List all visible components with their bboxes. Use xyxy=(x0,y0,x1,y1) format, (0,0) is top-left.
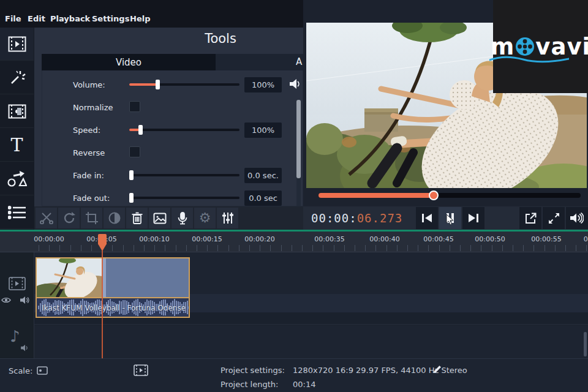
audio-track[interactable] xyxy=(34,325,588,358)
previous-frame-button[interactable] xyxy=(416,207,438,229)
preview-volume-button[interactable] xyxy=(566,207,588,229)
rotate-button[interactable] xyxy=(58,208,80,228)
preview-seek-bar[interactable] xyxy=(318,193,581,198)
microphone-icon xyxy=(178,212,187,225)
volume-value[interactable]: 100% xyxy=(244,77,282,92)
ruler-label: 00:0 xyxy=(584,235,588,243)
fade-in-slider[interactable] xyxy=(129,174,239,176)
speed-slider-handle[interactable] xyxy=(138,125,143,135)
normalize-checkbox[interactable] xyxy=(129,101,140,112)
edit-project-settings-pencil-icon[interactable] xyxy=(432,364,442,374)
tab-video[interactable]: Video xyxy=(42,54,216,70)
timeline-tracks: ♪ xyxy=(0,252,588,358)
filmstrip-play-icon xyxy=(8,36,26,52)
current-timecode: 00:00:06.273 xyxy=(311,211,402,225)
reverse-checkbox[interactable] xyxy=(129,146,140,157)
image-properties-button[interactable] xyxy=(149,208,170,228)
video-track-icon xyxy=(9,277,26,290)
timecode-seconds: 06.273 xyxy=(357,211,403,225)
scissors-icon xyxy=(40,212,53,224)
movavi-logo-box: m vavi xyxy=(493,0,588,93)
preview-seek-fill xyxy=(318,193,434,198)
color-adjustments-button[interactable] xyxy=(104,208,125,228)
sidebar-item-filters[interactable] xyxy=(0,61,34,94)
sidebar-item-more-tools[interactable] xyxy=(0,196,34,229)
mouse-cursor xyxy=(446,214,454,225)
timeline-ruler[interactable]: 00:00:00 00:00:05 00:00:10 00:00:15 00:0… xyxy=(0,232,588,252)
normalize-label: Normalize xyxy=(73,103,113,112)
tools-scrollbar[interactable] xyxy=(296,100,301,206)
ruler-ticks xyxy=(34,245,588,251)
tab-audio-partial[interactable]: A xyxy=(296,56,302,67)
playhead-line xyxy=(102,250,103,358)
film-reel-icon xyxy=(515,37,535,56)
fade-out-value[interactable]: 0.0 sec xyxy=(244,190,282,206)
record-voice-button[interactable] xyxy=(172,208,193,228)
preview-seek-handle[interactable] xyxy=(429,190,439,200)
ruler-label: 00:00:15 xyxy=(192,235,222,243)
pause-button[interactable] xyxy=(439,207,461,229)
menu-edit[interactable]: Edit xyxy=(28,14,45,23)
video-track-visibility-eye-icon[interactable] xyxy=(1,296,11,304)
ruler-label: 00:00:00 xyxy=(34,235,64,243)
movavi-logo: m vavi xyxy=(491,34,588,60)
track-header-column: ♪ xyxy=(0,252,34,358)
speaker-loud-icon xyxy=(570,213,584,224)
timeline-scrollbar[interactable] xyxy=(584,332,587,356)
tools-panel: Tools Video A Volume: 100% Normalize xyxy=(34,28,303,206)
project-length-label: Project length: xyxy=(221,380,278,389)
playback-controls: 00:00:06.273 xyxy=(303,206,588,230)
fade-in-value[interactable]: 0.0 sec. xyxy=(244,168,282,183)
tools-scrollbar-thumb[interactable] xyxy=(296,100,301,178)
audio-track-note-icon: ♪ xyxy=(10,328,20,344)
fade-out-label: Fade out: xyxy=(73,194,110,203)
volume-slider-fill xyxy=(129,83,157,86)
letter-t-icon: T xyxy=(10,136,23,154)
gear-icon: ⚙ xyxy=(199,211,211,225)
ruler-label: 00:00:10 xyxy=(139,235,169,243)
menu-file[interactable]: File xyxy=(5,14,21,23)
ruler-label: 00:00:40 xyxy=(369,235,399,243)
speed-value[interactable]: 100% xyxy=(244,123,282,138)
delete-button[interactable] xyxy=(126,208,148,228)
sidebar-item-media[interactable] xyxy=(0,28,34,61)
sidebar-item-titles[interactable]: T xyxy=(0,129,34,162)
tools-tab-bar: Video A xyxy=(42,54,303,70)
fade-out-slider[interactable] xyxy=(129,197,239,199)
volume-slider[interactable] xyxy=(129,83,239,86)
trash-icon xyxy=(132,212,143,224)
rotate-icon xyxy=(63,212,75,224)
volume-label: Volume: xyxy=(73,80,105,89)
fade-in-slider-handle[interactable] xyxy=(129,170,134,180)
logo-wave xyxy=(489,56,569,63)
speed-label: Speed: xyxy=(73,126,100,135)
timeline-clip[interactable]: Ikast KFUM Volleyball - Fortuna Odense (… xyxy=(36,257,190,318)
status-bar: Scale: Project settings: 1280x720 16:9 2… xyxy=(0,358,588,392)
volume-slider-handle[interactable] xyxy=(156,80,160,89)
reverse-label: Reverse xyxy=(73,148,105,157)
next-frame-button[interactable] xyxy=(462,207,484,229)
fade-in-label: Fade in: xyxy=(73,171,104,180)
menu-settings[interactable]: Settings xyxy=(92,14,129,23)
unpin-preview-button[interactable] xyxy=(519,207,541,229)
sidebar-item-callouts[interactable] xyxy=(0,162,34,195)
menu-playback[interactable]: Playback xyxy=(50,14,90,23)
fade-out-slider-handle[interactable] xyxy=(129,193,134,203)
audio-track-mute-speaker-icon[interactable] xyxy=(21,344,29,352)
cut-button[interactable] xyxy=(36,208,57,228)
fullscreen-button[interactable] xyxy=(543,207,565,229)
crop-button[interactable] xyxy=(81,208,102,228)
zoom-in-filmstrip-icon[interactable] xyxy=(134,364,148,376)
video-track-mute-speaker-icon[interactable] xyxy=(20,296,30,304)
speed-slider[interactable] xyxy=(129,129,239,131)
fullscreen-icon xyxy=(548,213,560,224)
clip-properties-button[interactable]: ⚙ xyxy=(194,208,216,228)
audio-levels-button[interactable] xyxy=(217,208,238,228)
sidebar-item-transitions[interactable] xyxy=(0,95,34,128)
list-icon xyxy=(8,205,26,220)
clip-title: Ikast KFUM Volleyball - Fortuna Odense (… xyxy=(42,304,189,312)
menu-help[interactable]: Help xyxy=(130,14,150,23)
zoom-out-thumbnail-icon[interactable] xyxy=(37,366,48,375)
clip-audio-waveform: Ikast KFUM Volleyball - Fortuna Odense (… xyxy=(37,297,189,317)
scale-label: Scale: xyxy=(9,366,32,375)
